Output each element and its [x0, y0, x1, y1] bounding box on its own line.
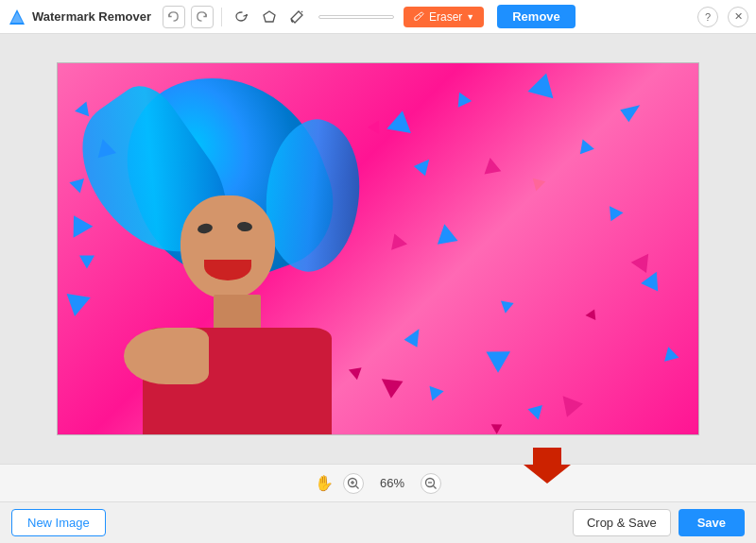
eraser-dropdown-icon: ▼	[466, 12, 474, 22]
confetti-16	[603, 202, 623, 222]
confetti-p4	[555, 389, 583, 416]
svg-marker-12	[524, 448, 571, 484]
confetti-p10	[375, 370, 403, 398]
confetti-p2	[387, 230, 407, 249]
close-button[interactable]: ✕	[728, 7, 748, 27]
zoom-in-button[interactable]	[343, 473, 364, 494]
canvas-area	[0, 34, 756, 464]
hand-tool-icon[interactable]: ✋	[315, 474, 334, 492]
new-image-label: New Image	[27, 516, 90, 530]
confetti-3	[69, 173, 89, 193]
separator-1	[221, 8, 222, 26]
titlebar: Watermark Remover	[0, 0, 756, 34]
remove-button[interactable]: Remove	[497, 5, 576, 28]
tool-group	[230, 5, 309, 29]
crop-save-label: Crop & Save	[587, 516, 657, 530]
confetti-p6	[528, 174, 545, 191]
eraser-label: Eraser	[429, 10, 462, 24]
svg-line-3	[301, 11, 302, 12]
footer-bar: New Image Crop & Save Save	[0, 501, 756, 543]
confetti-8	[453, 89, 472, 107]
brush-tool-button[interactable]	[284, 5, 309, 29]
zoom-bar: ✋ 66%	[0, 464, 756, 501]
lasso-tool-button[interactable]	[230, 5, 254, 29]
help-icon: ?	[705, 11, 711, 23]
svg-line-4	[419, 15, 421, 17]
image-container[interactable]	[57, 62, 699, 435]
confetti-12	[423, 381, 443, 400]
remove-label: Remove	[512, 9, 560, 24]
svg-line-6	[356, 485, 359, 488]
svg-point-2	[246, 14, 248, 16]
eye-left	[197, 223, 213, 235]
eye-right	[237, 221, 253, 231]
confetti-21	[501, 297, 516, 313]
confetti-15	[620, 99, 644, 123]
svg-line-10	[434, 485, 437, 488]
confetti-5	[79, 249, 98, 269]
download-arrow-icon	[524, 448, 571, 489]
undo-button[interactable]	[163, 6, 185, 28]
zoom-out-button[interactable]	[421, 473, 441, 494]
confetti-19	[527, 399, 547, 419]
redo-button[interactable]	[191, 6, 214, 28]
confetti-p3	[349, 363, 366, 380]
confetti-p8	[482, 157, 502, 175]
shoulder-element	[124, 328, 209, 384]
confetti-4	[64, 210, 94, 237]
confetti-7	[387, 109, 414, 133]
confetti-9	[414, 155, 436, 177]
mouth	[204, 252, 251, 280]
help-button[interactable]: ?	[697, 7, 718, 27]
confetti-11	[404, 325, 426, 348]
confetti-p7	[491, 419, 506, 433]
crop-save-button[interactable]: Crop & Save	[573, 509, 671, 536]
confetti-13	[527, 70, 558, 98]
app-logo-icon	[8, 8, 26, 26]
eraser-button[interactable]: Eraser ▼	[404, 7, 484, 27]
face-element	[180, 195, 275, 299]
zoom-percent: 66%	[373, 476, 411, 490]
save-button[interactable]: Save	[679, 509, 745, 536]
confetti-p5	[585, 307, 599, 320]
confetti-10	[434, 222, 457, 245]
polygon-tool-button[interactable]	[257, 5, 282, 29]
image-scene	[58, 63, 698, 434]
confetti-20	[480, 341, 510, 373]
confetti-18	[661, 345, 679, 362]
save-label: Save	[697, 516, 726, 530]
app-title: Watermark Remover	[32, 9, 151, 24]
confetti-p1	[368, 117, 385, 133]
size-slider[interactable]	[318, 15, 394, 19]
confetti-6	[59, 284, 91, 316]
close-icon: ✕	[734, 10, 743, 23]
confetti-1	[75, 99, 94, 117]
new-image-button[interactable]: New Image	[11, 509, 106, 536]
confetti-14	[576, 137, 594, 155]
